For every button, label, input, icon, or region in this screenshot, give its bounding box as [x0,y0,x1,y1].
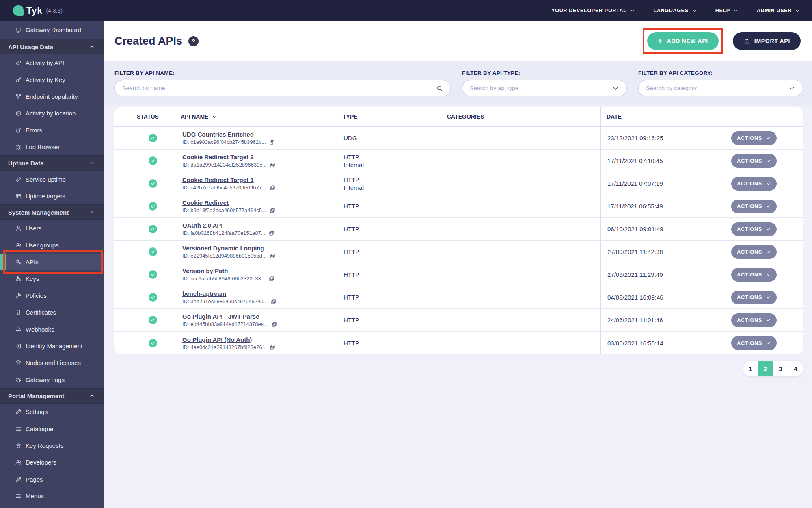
copy-icon[interactable] [269,139,275,145]
help-icon[interactable]: ? [188,36,199,46]
sidebar-item-log-browser[interactable]: Log Browser [0,139,104,155]
sidebar-item-webhooks[interactable]: Webhooks [0,321,104,337]
copy-icon[interactable] [269,276,274,282]
column-header-api-name[interactable]: API NAME [175,107,337,127]
copy-icon[interactable] [270,344,275,350]
search-icon[interactable] [436,85,443,92]
copy-icon[interactable] [272,321,277,327]
copy-icon[interactable] [270,185,275,191]
sidebar-item-endpoint-popularity[interactable]: Endpoint popularity [0,88,104,105]
api-name-cell: Versioned Dynamic Looping ID: e22945fc12… [175,241,337,263]
topbar-menu-languages[interactable]: LANGUAGES [654,8,697,13]
page-button-2[interactable]: 2 [758,361,773,376]
topbar-menu-admin-user[interactable]: ADMIN USER [757,8,800,13]
actions-button[interactable]: ACTIONS [731,336,777,350]
column-header-categories[interactable]: CATEGORIES [441,107,601,127]
api-name-link[interactable]: Cookie Redirect [182,199,229,206]
chevron-down-icon[interactable] [612,85,619,92]
actions-button[interactable]: ACTIONS [731,245,777,259]
sidebar-item-activity-by-api[interactable]: Activity by API [0,54,104,71]
sort-caret-icon[interactable] [212,114,217,119]
api-name-link[interactable]: bench-uptream [182,290,226,297]
sidebar-item-menus[interactable]: Menus [0,488,104,504]
api-name-link[interactable]: UDG Countries Enriched [182,131,254,138]
sidebar-section-api-usage-data: API Usage Data Activity by API Activity … [0,39,104,155]
sidebar-item-service-uptime[interactable]: Service uptime [0,171,104,187]
status-cell [131,127,175,150]
actions-button[interactable]: ACTIONS [731,177,777,191]
sidebar-item-settings[interactable]: Settings [0,404,104,420]
sidebar-item-nodes-and-licenses[interactable]: Nodes and Licenses [0,354,104,371]
import-api-button[interactable]: IMPORT API [733,32,801,50]
version-label: (4.3.3) [46,7,62,14]
sidebar-item-users[interactable]: Users [0,220,104,237]
chevron-down-icon[interactable] [788,85,795,92]
sidebar-item-apis[interactable]: APIs [0,254,104,270]
actions-cell: ACTIONS [704,172,803,195]
actions-button[interactable]: ACTIONS [731,222,777,236]
actions-button[interactable]: ACTIONS [731,268,777,282]
sidebar-item-uptime-targets[interactable]: Uptime targets [0,188,104,204]
add-new-api-button[interactable]: + ADD NEW API [647,32,719,50]
categories-cell [441,218,601,241]
actions-button[interactable]: ACTIONS [731,131,777,145]
actions-button[interactable]: ACTIONS [731,200,777,213]
filter-category-select[interactable]: Search by category [638,80,803,96]
filter-type-select[interactable]: Search by api type [462,80,627,96]
sidebar-section-header[interactable]: API Usage Data [0,39,104,54]
copy-icon[interactable] [270,162,275,168]
api-name-link[interactable]: Cookie Redirect Target 2 [182,154,254,161]
sidebar-item-activity-by-key[interactable]: Activity by Key [0,71,104,88]
sidebar-section-header[interactable]: System Management [0,204,104,220]
chevron-up-icon [89,210,95,215]
api-name-link[interactable]: Go Plugin API - JWT Parse [182,313,259,320]
column-header-status[interactable]: STATUS [131,107,175,127]
sidebar-item-identity-management[interactable]: Identity Management [0,338,104,354]
filter-type-label: FILTER BY API TYPE: [462,70,627,76]
sidebar-item-keys[interactable]: Keys [0,270,104,287]
sidebar-section-header[interactable]: Uptime Data [0,155,104,171]
copy-icon[interactable] [271,299,276,304]
topbar-menu-help[interactable]: HELP [715,8,738,13]
sidebar-item-gateway-dashboard[interactable]: Gateway Dashboard [0,21,104,39]
sidebar-item-errors[interactable]: Errors [0,122,104,139]
api-name-link[interactable]: Go Plugin API (No Auth) [182,336,252,343]
certificate-icon [15,309,22,315]
column-header-type[interactable]: TYPE [337,107,441,127]
sidebar-item-key-requests[interactable]: Key Requests [0,437,104,454]
tyk-logo[interactable]: Tyk (4.3.3) [13,5,63,16]
copy-icon[interactable] [270,208,275,213]
api-name-link[interactable]: Cookie Redirect Target 1 [182,176,254,183]
date-cell: 06/10/2021 09:01:49 [601,218,704,241]
page-button-3[interactable]: 3 [773,361,788,376]
actions-button[interactable]: ACTIONS [731,291,777,304]
sidebar-item-policies[interactable]: Policies [0,287,104,304]
sidebar-item-gateway-logs[interactable]: Gateway Logs [0,371,104,388]
search-by-name-input[interactable] [122,85,436,91]
api-name-link[interactable]: OAuth 2.0 API [182,222,222,229]
sidebar-item-activity-by-location[interactable]: Activity by location [0,105,104,122]
topbar-menu-label: ADMIN USER [757,8,792,13]
bell-icon [15,326,22,332]
actions-button[interactable]: ACTIONS [731,154,777,168]
api-id: ID: fa0b0268b4124faa70e151a87... [182,230,274,236]
topbar-menu-your-developer-portal[interactable]: YOUR DEVELOPER PORTAL [551,8,635,13]
sidebar-item-certificates[interactable]: Certificates [0,304,104,321]
sidebar-item-label: Gateway Logs [26,376,65,383]
actions-button[interactable]: ACTIONS [731,313,777,327]
copy-icon[interactable] [270,253,275,259]
sidebar-section-header[interactable]: Portal Management [0,388,104,404]
api-name-link[interactable]: Version by Path [182,267,228,274]
filter-name-field[interactable] [114,80,451,96]
sidebar-item-developers[interactable]: Developers [0,454,104,471]
api-name-link[interactable]: Versioned Dynamic Looping [182,245,264,252]
sidebar-item-pages[interactable]: Pages [0,471,104,488]
copy-icon[interactable] [269,230,274,236]
sidebar-item-label: APIs [26,258,39,265]
page-button-4[interactable]: 4 [788,361,803,376]
sidebar-item-label: Service uptime [26,176,66,183]
sidebar-item-user-groups[interactable]: User groups [0,237,104,254]
page-button-1[interactable]: 1 [743,361,758,376]
sidebar-item-catalogue[interactable]: Catalogue [0,420,104,437]
column-header-date[interactable]: DATE [601,107,704,127]
